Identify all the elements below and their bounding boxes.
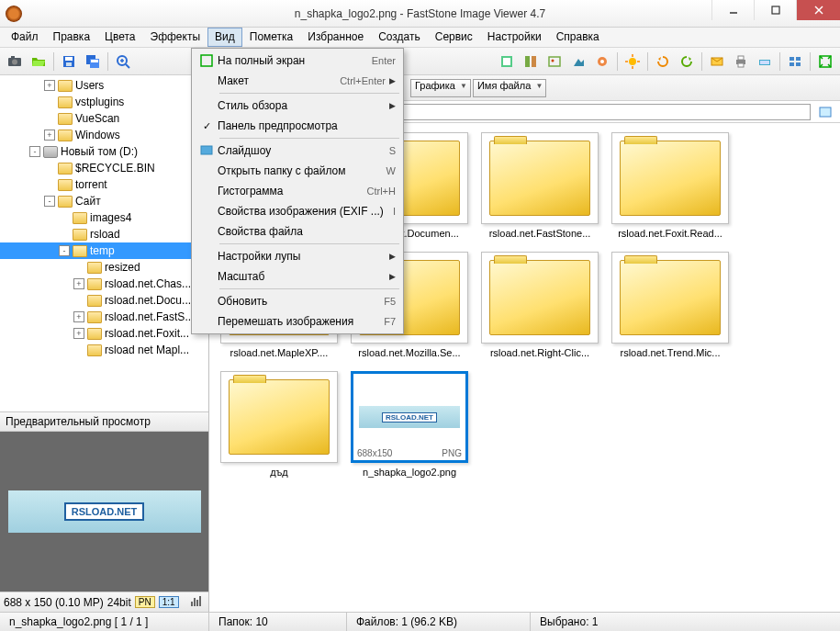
tree-item[interactable]: -Сайт <box>0 193 208 209</box>
tree-item[interactable]: vstplugins <box>0 94 208 110</box>
svg-rect-61 <box>820 107 831 117</box>
menu-настройки[interactable]: Настройки <box>480 28 549 47</box>
menu-item[interactable]: МакетCtrl+Enter▶ <box>194 71 401 91</box>
menu-избранное[interactable]: Избранное <box>300 28 371 47</box>
menu-item[interactable]: СлайдшоуS <box>194 141 401 161</box>
fullscreen-icon[interactable] <box>814 51 836 73</box>
menu-пометка[interactable]: Пометка <box>242 28 301 47</box>
tree-item[interactable]: +Windows <box>0 127 208 143</box>
preview-format: PN <box>135 596 155 608</box>
tree-item[interactable]: rsload.net.Docu... <box>0 292 208 309</box>
tree-item[interactable]: images4 <box>0 209 208 226</box>
svg-rect-41 <box>191 602 193 606</box>
histogram-icon[interactable] <box>190 594 205 610</box>
tree-item[interactable]: $RECYCLE.BIN <box>0 160 208 176</box>
menu-создать[interactable]: Создать <box>371 28 428 47</box>
maximize-button[interactable] <box>754 0 796 20</box>
menu-файл[interactable]: Файл <box>4 28 46 47</box>
thumbnail[interactable]: RSLOAD.NET688x150PNGn_shapka_logo2.png <box>351 371 468 478</box>
view-menu-dropdown: На полный экранEnterМакетCtrl+Enter▶Стил… <box>191 48 404 334</box>
thumbnail-label: rsload.net.Trend.Mic... <box>611 347 729 358</box>
print-icon[interactable] <box>730 51 752 73</box>
menu-item[interactable]: Масштаб▶ <box>194 266 401 287</box>
statusbar: n_shapka_logo2.png [ 1 / 1 ] Папок: 10 Ф… <box>0 612 840 631</box>
svg-rect-38 <box>790 62 794 66</box>
filter-combo[interactable]: Графика <box>410 79 471 97</box>
thumbnail[interactable]: rsload.net.Right-Clic... <box>481 252 599 358</box>
main-toolbar <box>0 48 840 75</box>
thumbnail-label: rsload.net.Foxit.Read... <box>611 228 729 239</box>
app-icon <box>6 6 22 22</box>
status-files: Файлов: 1 (96.2 KB) <box>347 613 531 631</box>
menu-сервис[interactable]: Сервис <box>428 28 480 47</box>
thumbnail[interactable]: rsload.net.Foxit.Read... <box>611 132 729 239</box>
thumbnail-label: n_shapka_logo2.png <box>351 467 468 478</box>
status-folders: Папок: 10 <box>209 613 347 631</box>
folder-open-icon[interactable] <box>28 51 50 73</box>
svg-rect-42 <box>194 598 196 606</box>
tree-item[interactable]: rsload <box>0 226 208 242</box>
svg-rect-35 <box>760 61 769 64</box>
save-icon[interactable] <box>58 51 80 73</box>
tree-item[interactable]: rsload net Mapl... <box>0 342 208 358</box>
svg-point-24 <box>600 60 604 63</box>
tree-item[interactable]: +rsload.net.Foxit... <box>0 325 208 342</box>
tool-icon-2[interactable] <box>520 51 542 73</box>
sort-combo[interactable]: Имя файла <box>473 79 546 97</box>
scan-icon[interactable] <box>754 51 776 73</box>
thumbnail[interactable]: rsload.net.Trend.Mic... <box>611 252 729 358</box>
menu-справка[interactable]: Справка <box>549 28 607 47</box>
svg-rect-12 <box>91 60 98 62</box>
menu-item[interactable]: Свойства файла <box>194 221 401 242</box>
path-go-icon[interactable] <box>814 101 836 123</box>
svg-rect-8 <box>65 57 73 61</box>
menu-эффекты[interactable]: Эффекты <box>143 28 208 47</box>
save-multi-icon[interactable] <box>82 51 104 73</box>
tool-icon-3[interactable] <box>543 51 566 73</box>
menu-item[interactable]: Стиль обзора▶ <box>194 96 401 116</box>
tree-item[interactable]: torrent <box>0 176 208 193</box>
thumbnail[interactable]: дъд <box>220 371 338 478</box>
rotate-left-icon[interactable] <box>652 51 674 73</box>
status-filename: n_shapka_logo2.png [ 1 / 1 ] <box>0 613 209 631</box>
menu-item[interactable]: ОбновитьF5 <box>194 291 401 311</box>
menu-вид[interactable]: Вид <box>207 28 242 47</box>
thumbnail-label: rsload.net.Mozilla.Se... <box>351 347 468 358</box>
svg-rect-1 <box>772 6 779 14</box>
menu-item[interactable]: На полный экранEnter <box>194 51 401 71</box>
zoom-in-icon[interactable] <box>112 51 134 73</box>
thumbnail-label: rsload.net.Right-Clic... <box>481 347 599 358</box>
preview-zoom: 1:1 <box>159 596 179 608</box>
mail-icon[interactable] <box>706 51 728 73</box>
tree-item[interactable]: -temp <box>0 242 208 259</box>
menu-правка[interactable]: Правка <box>46 28 98 47</box>
preview-pane[interactable]: RSLOAD.NET <box>0 432 208 592</box>
rotate-right-icon[interactable] <box>676 51 698 73</box>
tree-item[interactable]: VueScan <box>0 110 208 127</box>
tree-item[interactable]: +rsload.net.FastS... <box>0 309 208 325</box>
tree-item[interactable]: -Новый том (D:) <box>0 143 208 160</box>
tool-icon-4[interactable] <box>567 51 589 73</box>
close-button[interactable] <box>796 0 840 20</box>
svg-rect-44 <box>199 596 201 606</box>
camera-icon[interactable] <box>4 51 26 73</box>
tool-icon-5[interactable] <box>591 51 613 73</box>
menu-цвета[interactable]: Цвета <box>97 28 142 47</box>
menu-item[interactable]: Свойства изображения (EXIF ...)I <box>194 201 401 221</box>
menu-item[interactable]: Панель предпросмотра <box>194 116 401 136</box>
minimize-button[interactable] <box>711 0 754 20</box>
thumbnail[interactable]: rsload.net.FastStone... <box>481 132 599 239</box>
svg-rect-33 <box>738 63 744 67</box>
menu-item[interactable]: Открыть папку с файломW <box>194 161 401 181</box>
menu-item[interactable]: Настройки лупы▶ <box>194 246 401 266</box>
menu-item[interactable]: Перемешать изображенияF7 <box>194 311 401 332</box>
menu-item[interactable]: ГистограммаCtrl+H <box>194 181 401 201</box>
tree-item[interactable]: resized <box>0 259 208 276</box>
sun-icon[interactable] <box>622 51 644 73</box>
tree-item[interactable]: +Users <box>0 77 208 94</box>
tree-item[interactable]: +rsload.net.Chas... <box>0 276 208 292</box>
status-selected: Выбрано: 1 <box>531 613 840 631</box>
tool-icon-1[interactable] <box>496 51 518 73</box>
folder-tree[interactable]: +UsersvstpluginsVueScan+Windows-Новый то… <box>0 75 208 411</box>
settings-icon[interactable] <box>784 51 806 73</box>
